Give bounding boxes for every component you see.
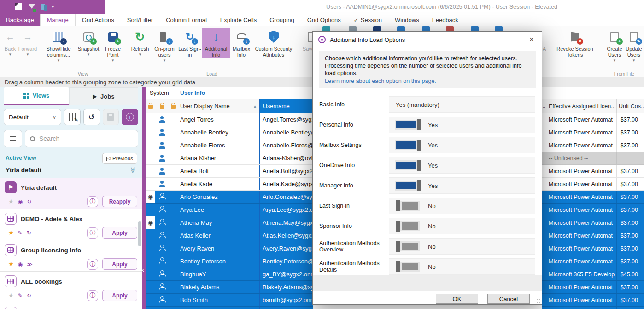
info-button[interactable]: ⓘ	[87, 227, 98, 239]
toggle-yes[interactable]	[395, 180, 422, 192]
refresh-button[interactable]: ↻Refresh▾	[129, 28, 151, 57]
cancel-button[interactable]: Cancel	[487, 294, 530, 304]
lock-column-header[interactable]	[146, 99, 155, 113]
tab-session[interactable]: ✓Session	[347, 14, 388, 26]
license-row[interactable]: Microsoft Power Automat$37.00	[542, 229, 644, 242]
tab-manage[interactable]: Manage	[40, 14, 76, 26]
toggle-no[interactable]	[395, 261, 422, 273]
band-user-info[interactable]: User Info	[176, 90, 205, 96]
tab-backstage[interactable]: Backstage	[0, 14, 40, 26]
column-header-username[interactable]: Username	[259, 99, 313, 113]
tab-grid-actions[interactable]: Grid Actions	[76, 14, 121, 26]
license-row[interactable]: Microsoft Power Automat$37.00	[542, 255, 644, 268]
user-row-arya-lee[interactable]: Arya LeeArya.Lee@sygx2.on	[146, 204, 313, 216]
user-row-ariella-bolt[interactable]: Ariella BoltAriella.Bolt@sygx2.	[146, 165, 313, 178]
create-users-button[interactable]: +Create Users▾	[605, 28, 624, 63]
view-selector[interactable]: Default ∨	[4, 109, 61, 125]
apply-button[interactable]: Apply	[102, 258, 137, 270]
view-item-group-licensing-info[interactable]: Group licensing info★◉≫ⓘApply	[0, 240, 142, 272]
license-row[interactable]: Microsoft Power Automat$37.00	[542, 191, 644, 204]
view-item-ytria-default[interactable]: ⚑Ytria default★◉↻ⓘReapply	[0, 178, 142, 209]
user-row-annabelle-flores[interactable]: Annabelle FloresAnnabelle.Flores@s	[146, 139, 313, 152]
search-input[interactable]: Search	[25, 130, 138, 147]
apply-button[interactable]: Apply	[102, 227, 137, 239]
user-row-avery-raven[interactable]: Avery RavenAvery.Raven@sygx	[146, 242, 313, 255]
tab-explode-cells[interactable]: Explode Cells	[214, 14, 263, 26]
user-row-binghuay[interactable]: BinghuaYga_BY@sygx2.onmi	[146, 268, 313, 281]
collapse-chevrons-icon[interactable]: ≫	[130, 167, 137, 174]
option-control[interactable]: Yes	[389, 137, 535, 153]
column-header-user-display-name[interactable]: User Display Name ▴	[177, 99, 259, 113]
reapply-button[interactable]: Reapply	[102, 196, 137, 207]
license-row[interactable]: Microsoft 365 E5 Develop$45.00	[542, 268, 644, 281]
undo-button[interactable]: ↺	[83, 109, 100, 125]
user-row-atlas-keller[interactable]: Atlas KellerAtlas.Keller@sygx2	[146, 229, 313, 242]
column-header-unit-cost[interactable]: Unit Cos...	[617, 99, 644, 113]
qat-dropdown-caret-icon[interactable]: ▾	[52, 3, 54, 10]
toggle-no[interactable]	[395, 200, 422, 212]
option-control[interactable]: Yes	[389, 177, 535, 194]
panel-splitter[interactable]: ‹	[142, 87, 146, 309]
on-prem-users-button[interactable]: ↓On-prem users▾	[151, 28, 178, 63]
collapse-panel-icon[interactable]: ‹	[142, 266, 144, 273]
user-row-bentley-peterson[interactable]: Bentley PetersonBentley.Peterson@	[146, 255, 313, 268]
previous-view-button[interactable]: ◁ Previous	[102, 153, 137, 164]
ok-button[interactable]: OK	[436, 294, 478, 304]
toggle-yes[interactable]	[395, 119, 422, 131]
lock-column-header[interactable]	[155, 99, 169, 113]
snapshot-button[interactable]: +Snapshot▾	[76, 28, 101, 57]
column-header-effective-assigned-licenses[interactable]: Effective Assigned Licen...	[546, 99, 617, 113]
freeze-point-button[interactable]: +Freeze Point▾	[101, 28, 125, 63]
resize-grip[interactable]	[536, 299, 541, 303]
user-row-angel-torres[interactable]: Angel TorresAngel.Torres@sygx	[146, 113, 313, 126]
active-view-name-row[interactable]: Ytria default ≫	[0, 166, 142, 177]
add-view-button[interactable]: +	[122, 109, 138, 125]
close-icon[interactable]: ×	[526, 34, 537, 45]
filter-button[interactable]	[4, 130, 22, 147]
band-system[interactable]: System	[146, 87, 176, 99]
option-control[interactable]: No	[389, 258, 535, 275]
view-item-all-bookings[interactable]: ALL bookings★✎↻ⓘApply	[0, 272, 142, 303]
apply-button[interactable]: Apply	[102, 290, 137, 301]
lock-column-header[interactable]	[169, 99, 177, 113]
user-row-athena-may[interactable]: ◉Athena MayAthena.May@sygx2	[146, 216, 313, 229]
option-control[interactable]: No	[389, 218, 535, 234]
edit-views-button[interactable]	[64, 109, 81, 125]
revoke-session-tokens-button[interactable]: ×Revoke Session Tokens	[549, 28, 601, 58]
license-row[interactable]: Microsoft Power Automat$37.00	[542, 242, 644, 255]
license-row[interactable]	[542, 307, 644, 309]
tab-grouping[interactable]: Grouping	[263, 14, 300, 26]
user-row-blakely-adams[interactable]: Blakely AdamsBlakely.Adams@sy	[146, 281, 313, 294]
license-row[interactable]: Microsoft Power Automat$37.00	[542, 165, 644, 178]
last-sign-in-button[interactable]: ↻↓Last Sign-in	[178, 28, 202, 58]
view-item-partial[interactable]	[0, 303, 142, 309]
user-row[interactable]	[146, 307, 313, 309]
update-users-button[interactable]: ✎Update Users▾	[624, 28, 644, 63]
license-row[interactable]: -- Unlicensed --	[542, 152, 644, 165]
mailbox-info-button[interactable]: ↓Mailbox Info	[230, 28, 252, 58]
license-row[interactable]: Microsoft Power Automat$37.00	[542, 204, 644, 216]
user-row-annabelle-bentley[interactable]: Annabelle BentleyAnnabelle.Bentley@	[146, 126, 313, 139]
tab-column-format[interactable]: Column Format	[159, 14, 214, 26]
license-row[interactable]: Microsoft Power Automat$37.00	[542, 126, 644, 139]
additional-info-button[interactable]: ↓Additional Info	[202, 28, 230, 58]
license-row[interactable]: Microsoft Power Automat$37.00	[542, 113, 644, 126]
sidebar-scrollbar-thumb[interactable]	[138, 221, 141, 246]
user-row-ariana-kisher[interactable]: Ariana KisherAriana-Kisher@ovh	[146, 152, 313, 165]
user-row-bob-smith[interactable]: Bob Smithbsmith@sygx2.onm	[146, 294, 313, 307]
toggle-yes[interactable]	[395, 159, 422, 171]
filter-check-icon[interactable]	[29, 4, 35, 9]
info-button[interactable]: ⓘ	[87, 196, 98, 207]
user-row-ariella-kade[interactable]: Ariella KadeAriella.Kade@sygx2	[146, 178, 313, 191]
license-row[interactable]: Microsoft Power Automat$37.00	[542, 294, 644, 307]
view-item-demo-adele-alex[interactable]: DEMO - Adele & Alex★✎↻ⓘApply	[0, 209, 142, 240]
license-row[interactable]: Microsoft Power Automat$37.00	[542, 281, 644, 294]
option-control[interactable]: Yes	[389, 117, 535, 133]
license-row[interactable]: Microsoft Power Automat$37.00	[542, 139, 644, 152]
learn-more-link[interactable]: Learn more about each option on this pag…	[325, 77, 531, 85]
option-control[interactable]: No	[389, 238, 535, 255]
tab-views[interactable]: Views	[4, 87, 69, 105]
columns-copy-icon[interactable]	[41, 4, 45, 10]
custom-security-attributes-button[interactable]: ↓Custom Security Attributes	[252, 28, 295, 58]
user-row-arlo-gonzalez[interactable]: ◉Arlo GonzalezArlo.Gonzalez@syg	[146, 191, 313, 204]
